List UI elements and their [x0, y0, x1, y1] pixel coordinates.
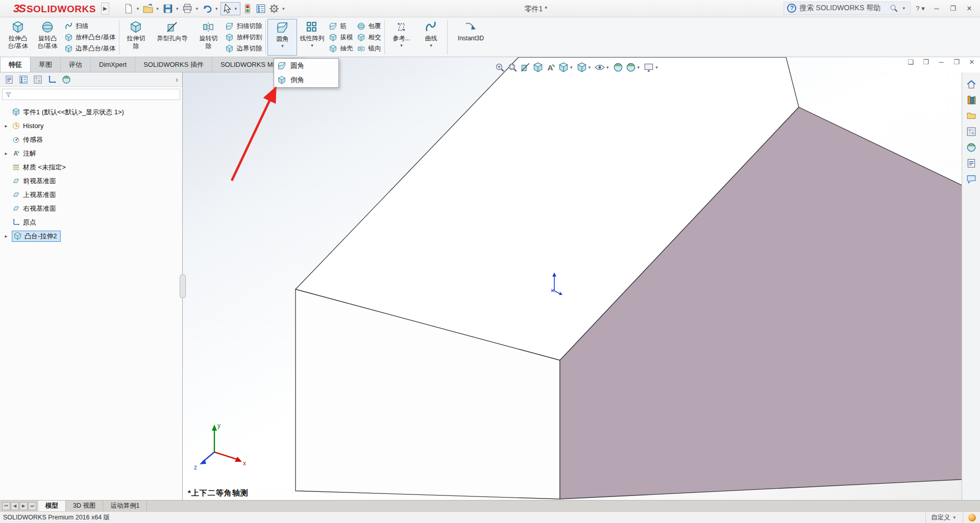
pane-left-icon[interactable]: ❏	[905, 58, 916, 66]
tab-last-icon[interactable]: ⏭	[28, 502, 36, 510]
draft-button[interactable]: 拔模	[329, 32, 353, 43]
tree-item-annotations[interactable]: ▸ 注解	[1, 146, 181, 160]
doc-restore-icon[interactable]: ❐	[951, 58, 962, 66]
loft-button[interactable]: 放样凸台/基体	[64, 32, 115, 43]
instant3d-button[interactable]: Instant3D	[449, 19, 492, 56]
tree-item-material[interactable]: 材质 <未指定>	[1, 160, 181, 174]
file-explorer-icon[interactable]	[966, 110, 977, 121]
wrap-button[interactable]: 包覆	[357, 20, 381, 32]
graphics-area[interactable]: *上下二等角轴测	[183, 57, 980, 500]
hide-show-arrow-icon[interactable]: ▾	[606, 65, 609, 70]
fillet-flyout-arrow-icon[interactable]: ▾	[281, 43, 284, 48]
linear-pattern-button[interactable]: 线性阵列 ▾	[297, 19, 327, 56]
search-input[interactable]: 搜索 SOLIDWORKS 帮助	[799, 4, 886, 13]
tab-motion-study[interactable]: 运动算例1	[103, 501, 147, 511]
tree-item-front-plane[interactable]: 前视基准面	[1, 174, 181, 188]
help-menu-button[interactable]: ? ▾	[914, 3, 927, 14]
display-style-arrow-icon[interactable]: ▾	[589, 65, 591, 70]
tree-item-boss-extrude[interactable]: ▸ 凸台-拉伸2	[1, 229, 181, 243]
feature-manager-tab-icon[interactable]	[4, 74, 14, 85]
select-tool-button[interactable]: ▾	[220, 2, 240, 15]
hide-show-items-button[interactable]: ▾	[594, 62, 611, 73]
appearances-icon[interactable]	[966, 142, 977, 153]
tree-item-right-plane[interactable]: 右视基准面	[1, 202, 181, 215]
search-dropdown-arrow-icon[interactable]: ▾	[902, 6, 905, 11]
close-button[interactable]: ✕	[963, 3, 976, 14]
rib-button[interactable]: 筋	[329, 20, 353, 32]
extruded-boss-button[interactable]: 拉伸凸 台/基体	[3, 19, 33, 56]
model-3d-box[interactable]	[183, 57, 980, 500]
tree-item-history[interactable]: ▸ History	[1, 119, 181, 133]
forum-icon[interactable]	[966, 173, 977, 185]
curves-button[interactable]: 曲线 ▾	[416, 19, 446, 56]
view-orientation-arrow-icon[interactable]: ▾	[570, 65, 573, 70]
rebuild-button[interactable]	[241, 2, 254, 15]
restore-button[interactable]: ❐	[946, 3, 960, 14]
section-view-button[interactable]	[532, 62, 544, 73]
options-button[interactable]	[268, 2, 280, 15]
apply-scene-arrow-icon[interactable]: ▾	[638, 65, 640, 70]
tree-item-origin[interactable]: 原点	[1, 215, 181, 229]
zoom-fit-button[interactable]	[494, 62, 505, 73]
tab-addins[interactable]: SOLIDWORKS 插件	[135, 57, 212, 72]
display-manager-tab-icon[interactable]	[61, 74, 71, 85]
reference-geometry-button[interactable]: 参考... ▾	[386, 19, 416, 56]
view-settings-button[interactable]: ▾	[643, 62, 660, 73]
boundary-cut-button[interactable]: 边界切除	[225, 43, 262, 54]
fillet-button[interactable]: 圆角 ▾	[267, 19, 297, 56]
undo-button[interactable]	[201, 2, 213, 15]
toolbar-expand-button[interactable]: ▶	[101, 3, 109, 15]
tab-model[interactable]: 模型	[38, 501, 66, 511]
tab-dimxpert[interactable]: DimXpert	[91, 57, 135, 72]
linear-pattern-flyout-arrow-icon[interactable]: ▾	[311, 43, 313, 48]
property-manager-tab-icon[interactable]	[18, 74, 29, 85]
expander-icon[interactable]: ▸	[3, 151, 9, 156]
revolved-cut-button[interactable]: 旋转切 除	[193, 19, 223, 56]
reference-flyout-arrow-icon[interactable]: ▾	[400, 43, 403, 48]
zoom-area-button[interactable]	[507, 62, 518, 73]
previous-view-button[interactable]	[520, 62, 531, 73]
tab-evaluate[interactable]: 评估	[61, 57, 91, 72]
tab-features[interactable]: 特征	[0, 57, 31, 72]
save-dropdown-arrow-icon[interactable]: ▾	[176, 6, 179, 11]
boundary-boss-button[interactable]: 边界凸台/基体	[64, 43, 115, 54]
edit-appearance-button[interactable]	[612, 62, 624, 73]
tab-sketch[interactable]: 草图	[31, 57, 61, 72]
intersect-button[interactable]: 相交	[357, 32, 381, 43]
display-style-button[interactable]: ▾	[576, 62, 593, 73]
sweep-button[interactable]: 扫描	[64, 20, 115, 32]
help-search-box[interactable]: ? 搜索 SOLIDWORKS 帮助 ▾	[783, 2, 911, 15]
view-palette-icon[interactable]	[966, 126, 977, 137]
open-document-button[interactable]	[142, 2, 154, 15]
search-icon[interactable]	[889, 4, 898, 13]
tree-item-sensors[interactable]: 传感器	[1, 133, 181, 146]
lofted-cut-button[interactable]: 放样切割	[225, 32, 262, 43]
shell-button[interactable]: 抽壳	[329, 43, 353, 54]
file-properties-button[interactable]	[255, 2, 267, 15]
print-button[interactable]	[181, 2, 193, 15]
save-button[interactable]	[162, 2, 174, 15]
tree-filter-field[interactable]	[2, 89, 180, 100]
tree-root-part[interactable]: 零件1 (默认<<默认>_显示状态 1>)	[1, 105, 181, 119]
dynamic-annotation-button[interactable]	[545, 62, 556, 73]
print-dropdown-arrow-icon[interactable]: ▾	[195, 6, 198, 11]
doc-close-icon[interactable]: ✕	[967, 58, 977, 66]
panel-splitter-grip[interactable]	[180, 275, 186, 298]
hole-wizard-button[interactable]: 异型孔向导	[151, 19, 193, 56]
panel-collapse-arrow-icon[interactable]: ›	[176, 76, 178, 84]
menu-item-fillet[interactable]: 圆角	[274, 59, 338, 73]
design-library-icon[interactable]	[966, 94, 977, 106]
curves-flyout-arrow-icon[interactable]: ▾	[430, 43, 432, 48]
open-dropdown-arrow-icon[interactable]: ▾	[156, 6, 159, 11]
new-document-button[interactable]	[122, 2, 135, 15]
pane-right-icon[interactable]: ❐	[921, 58, 931, 66]
view-orientation-button[interactable]: ▾	[558, 62, 575, 73]
tab-first-icon[interactable]: ⏮	[2, 502, 10, 510]
custom-properties-icon[interactable]	[966, 158, 977, 169]
revolved-boss-button[interactable]: 旋转凸 台/基体	[33, 19, 62, 56]
tab-next-icon[interactable]: ▶	[19, 502, 28, 510]
minimize-button[interactable]: ─	[930, 3, 943, 14]
swept-cut-button[interactable]: 扫描切除	[225, 20, 262, 32]
tab-3d-views[interactable]: 3D 视图	[66, 501, 103, 511]
extruded-cut-button[interactable]: 拉伸切 除	[121, 19, 151, 56]
